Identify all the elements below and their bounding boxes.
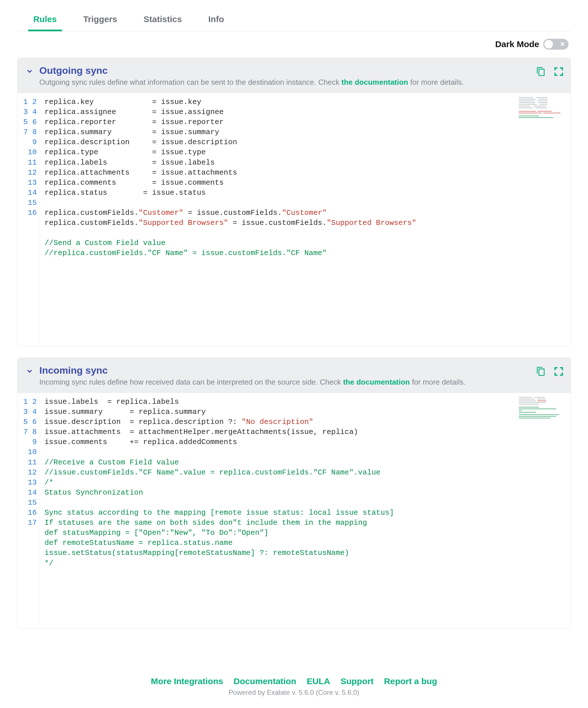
svg-rect-24 [519,401,536,401]
panel-desc-pre: Incoming sync rules define how received … [39,378,343,386]
dark-mode-toggle[interactable]: ✕ [543,39,568,50]
svg-rect-11 [533,106,546,107]
svg-rect-18 [519,115,539,116]
svg-rect-1 [536,97,548,98]
copy-icon[interactable] [536,366,546,376]
documentation-link[interactable]: the documentation [341,78,408,86]
svg-rect-23 [537,399,546,400]
toggle-knob [544,40,553,49]
tabs-bar: Rules Triggers Statistics Info [17,0,571,31]
svg-rect-20 [519,397,532,398]
close-icon: ✕ [560,40,565,48]
svg-rect-15 [537,111,552,112]
footer-documentation-link[interactable]: Documentation [234,676,296,686]
svg-rect-32 [519,414,559,415]
panel-title: Incoming sync [39,365,562,376]
panel-subtitle: Outgoing sync rules define what informat… [39,78,562,87]
svg-rect-31 [519,412,536,413]
code-content[interactable]: issue.labels = replica.labels issue.summ… [40,393,570,628]
tab-statistics[interactable]: Statistics [142,11,183,31]
dark-mode-row: Dark Mode ✕ [17,31,571,52]
dark-mode-label: Dark Mode [495,39,539,49]
panel-subtitle: Incoming sync rules define how received … [39,378,562,387]
svg-rect-5 [537,100,548,101]
svg-rect-9 [539,104,548,105]
svg-rect-12 [519,108,533,108]
svg-rect-4 [519,100,535,101]
tab-triggers[interactable]: Triggers [82,11,119,31]
svg-rect-27 [537,401,546,401]
powered-by-text: Powered by Exalate v. 5.6.0 (Core v. 5.6… [0,688,588,697]
line-gutter: 1 2 3 4 5 6 7 8 9 10 11 12 13 14 15 16 [18,93,40,346]
svg-rect-25 [519,402,546,403]
svg-rect-6 [519,102,535,103]
footer-eula-link[interactable]: EULA [307,676,330,686]
panel-header: Outgoing sync Outgoing sync rules define… [18,58,570,93]
svg-rect-10 [519,106,530,107]
panel-desc-post: for more details. [410,378,466,386]
footer-more-integrations-link[interactable]: More Integrations [151,676,223,686]
documentation-link[interactable]: the documentation [343,378,410,386]
panel-desc-post: for more details. [408,78,464,86]
svg-rect-17 [543,113,560,114]
panel-header: Incoming sync Incoming sync rules define… [18,358,570,393]
incoming-code-editor[interactable]: 1 2 3 4 5 6 7 8 9 10 11 12 13 14 15 16 1… [18,393,570,628]
line-gutter: 1 2 3 4 5 6 7 8 9 10 11 12 13 14 15 16 1… [18,393,40,628]
svg-rect-3 [539,99,548,100]
minimap-icon[interactable] [519,96,568,119]
chevron-down-icon[interactable] [26,367,34,377]
svg-rect-22 [519,399,535,400]
expand-icon[interactable] [554,366,564,376]
incoming-sync-panel: Incoming sync Incoming sync rules define… [17,358,571,629]
tab-info[interactable]: Info [207,11,226,31]
footer: More Integrations Documentation EULA Sup… [0,676,588,697]
footer-report-bug-link[interactable]: Report a bug [384,676,437,686]
tab-rules[interactable]: Rules [32,11,59,31]
svg-rect-13 [535,108,547,108]
expand-icon[interactable] [554,67,564,77]
panel-title: Outgoing sync [39,65,562,76]
svg-rect-28 [519,407,539,408]
outgoing-code-editor[interactable]: 1 2 3 4 5 6 7 8 9 10 11 12 13 14 15 16 r… [18,93,570,346]
svg-rect-29 [519,408,556,409]
svg-rect-2 [519,99,536,100]
svg-rect-14 [519,111,536,112]
svg-rect-30 [519,410,522,411]
outgoing-sync-panel: Outgoing sync Outgoing sync rules define… [17,58,571,346]
svg-rect-8 [519,104,536,105]
svg-rect-26 [519,404,539,405]
svg-rect-16 [519,113,542,114]
svg-rect-21 [535,397,545,398]
svg-rect-34 [519,418,550,418]
svg-rect-19 [519,117,553,118]
svg-rect-33 [519,416,556,417]
chevron-down-icon[interactable] [26,67,34,77]
panel-desc-pre: Outgoing sync rules define what informat… [39,78,341,86]
code-content[interactable]: replica.key = issue.key replica.assignee… [40,93,570,346]
footer-support-link[interactable]: Support [341,676,374,686]
svg-rect-0 [519,97,533,98]
minimap-icon[interactable] [519,396,568,419]
copy-icon[interactable] [536,67,546,77]
svg-rect-7 [538,102,548,103]
